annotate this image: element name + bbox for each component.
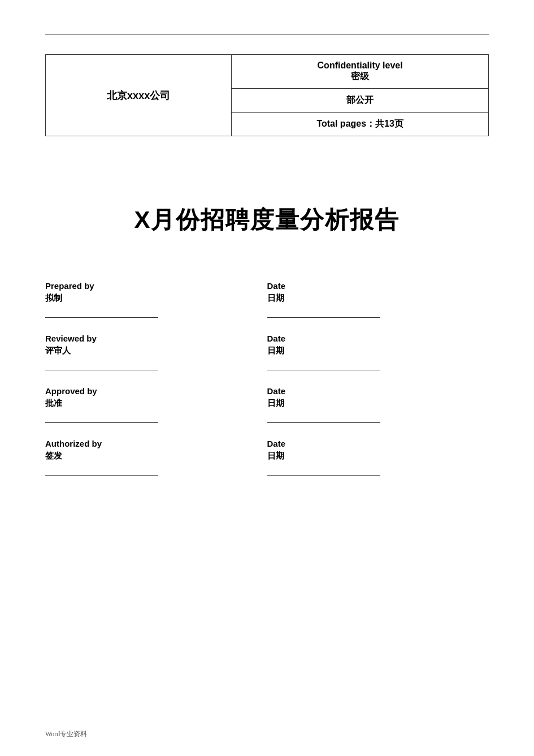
reviewed-by-row: Reviewed by 评审人 Date 日期 xyxy=(45,334,489,370)
approved-sig-line xyxy=(45,412,158,423)
department-open: 部公开 xyxy=(346,95,374,105)
prepared-by-cn: 拟制 xyxy=(45,293,267,304)
authorized-by-cn: 签发 xyxy=(45,451,267,461)
authorized-by-en: Authorized by xyxy=(45,439,267,448)
date-cn-4: 日期 xyxy=(267,451,489,461)
top-divider xyxy=(45,34,489,34)
date-en-2: Date xyxy=(267,334,489,343)
main-title-section: X月份招聘度量分析报告 xyxy=(45,204,489,236)
reviewed-by-en: Reviewed by xyxy=(45,334,267,343)
authorized-by-left: Authorized by 签发 xyxy=(45,439,267,476)
total-pages-cell: Total pages：共13页 xyxy=(232,113,488,136)
prepared-by-row: Prepared by 拟制 Date 日期 xyxy=(45,281,489,318)
approved-by-row: Approved by 批准 Date 日期 xyxy=(45,386,489,423)
reviewed-by-left: Reviewed by 评审人 xyxy=(45,334,267,370)
conf-label-en: Confidentiality level xyxy=(243,61,477,71)
prepared-by-en: Prepared by xyxy=(45,281,267,291)
prepared-by-left: Prepared by 拟制 xyxy=(45,281,267,318)
reviewed-sig-line xyxy=(45,360,158,370)
approved-by-en: Approved by xyxy=(45,386,267,396)
right-column: Confidentiality level 密级 部公开 Total page xyxy=(232,55,489,136)
approved-by-left: Approved by 批准 xyxy=(45,386,267,423)
prepared-date-right: Date 日期 xyxy=(267,281,489,318)
prepared-sig-line xyxy=(45,307,158,318)
approved-date-right: Date 日期 xyxy=(267,386,489,423)
department-open-cell: 部公开 xyxy=(232,89,488,113)
conf-label-cn: 密级 xyxy=(243,71,477,83)
date-line-4 xyxy=(267,465,380,476)
reviewed-by-cn: 评审人 xyxy=(45,345,267,356)
authorized-by-row: Authorized by 签发 Date 日期 xyxy=(45,439,489,476)
date-cn-2: 日期 xyxy=(267,345,489,356)
date-cn-3: 日期 xyxy=(267,398,489,409)
confidentiality-cell: Confidentiality level 密级 xyxy=(232,55,488,89)
date-line-3 xyxy=(267,412,380,423)
authorized-date-right: Date 日期 xyxy=(267,439,489,476)
date-en-3: Date xyxy=(267,386,489,396)
date-line-1 xyxy=(267,307,380,318)
main-title: X月份招聘度量分析报告 xyxy=(45,204,489,236)
reviewed-date-right: Date 日期 xyxy=(267,334,489,370)
authorized-sig-line xyxy=(45,465,158,476)
inner-right-table: Confidentiality level 密级 部公开 Total page xyxy=(232,55,488,136)
date-line-2 xyxy=(267,360,380,370)
company-cell: 北京xxxx公司 xyxy=(46,55,232,136)
header-table-wrapper: 北京xxxx公司 Confidentiality level 密级 部公开 xyxy=(45,54,489,136)
company-name: 北京xxxx公司 xyxy=(107,90,170,101)
signature-section: Prepared by 拟制 Date 日期 Reviewed by 评审人 D… xyxy=(45,281,489,476)
date-en-1: Date xyxy=(267,281,489,291)
footer-text: Word专业资料 xyxy=(45,729,87,739)
total-pages: Total pages：共13页 xyxy=(316,119,403,128)
approved-by-cn: 批准 xyxy=(45,398,267,409)
document-page: 北京xxxx公司 Confidentiality level 密级 部公开 xyxy=(0,0,534,756)
date-en-4: Date xyxy=(267,439,489,448)
date-cn-1: 日期 xyxy=(267,293,489,304)
header-table: 北京xxxx公司 Confidentiality level 密级 部公开 xyxy=(45,54,489,136)
